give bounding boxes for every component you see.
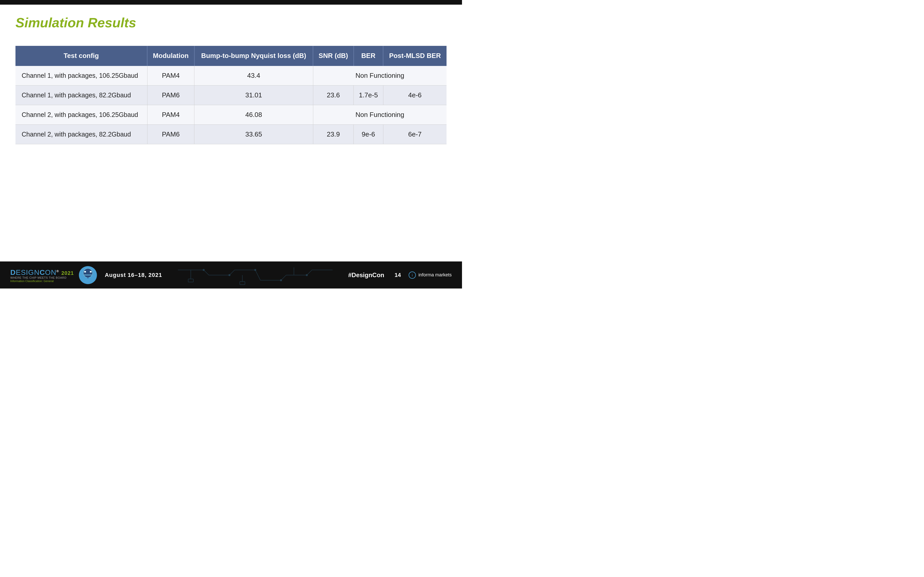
svg-line-9 xyxy=(204,270,209,275)
table-row: Channel 1, with packages, 106.25GbaudPAM… xyxy=(16,66,446,85)
cell-test-config: Channel 2, with packages, 82.2Gbaud xyxy=(16,124,147,144)
svg-point-19 xyxy=(203,269,204,271)
col-header-post-mlsd: Post-MLSD BER xyxy=(383,46,446,66)
cell-bump-loss: 46.08 xyxy=(194,105,313,124)
designcon-year: 2021 xyxy=(61,271,74,276)
svg-line-15 xyxy=(281,275,286,280)
cell-snr: 23.9 xyxy=(313,124,354,144)
svg-point-20 xyxy=(229,274,230,276)
results-table: Test config Modulation Bump-to-bump Nyqu… xyxy=(16,46,446,144)
cell-post-mlsd-ber: 6e-7 xyxy=(383,124,446,144)
table-row: Channel 2, with packages, 82.2GbaudPAM63… xyxy=(16,124,446,144)
footer: DESIGNCON® 2021 Where the Chip Meets the… xyxy=(0,261,462,288)
col-header-test-config: Test config xyxy=(16,46,147,66)
footer-right: 14 i informa markets xyxy=(394,271,452,279)
slide-title: Simulation Results xyxy=(16,15,446,31)
table-header-row: Test config Modulation Bump-to-bump Nyqu… xyxy=(16,46,446,66)
svg-rect-7 xyxy=(83,278,93,280)
svg-rect-27 xyxy=(188,279,193,282)
cell-non-functioning: Non Functioning xyxy=(313,105,446,124)
svg-point-23 xyxy=(306,274,308,276)
svg-line-11 xyxy=(229,270,234,275)
svg-rect-3 xyxy=(84,274,92,276)
footer-logo-area: DESIGNCON® 2021 Where the Chip Meets the… xyxy=(10,266,97,284)
informa-label: informa markets xyxy=(418,272,452,278)
footer-circuit-pattern xyxy=(162,261,348,288)
col-header-modulation: Modulation xyxy=(147,46,194,66)
cell-ber: 1.7e-5 xyxy=(354,85,383,105)
informa-circle-icon: i xyxy=(409,271,416,279)
svg-line-13 xyxy=(255,270,260,280)
cell-modulation: PAM6 xyxy=(147,85,194,105)
table-row: Channel 2, with packages, 106.25GbaudPAM… xyxy=(16,105,446,124)
svg-point-22 xyxy=(280,279,282,281)
cell-post-mlsd-ber: 4e-6 xyxy=(383,85,446,105)
robot-mascot-icon xyxy=(79,266,97,284)
results-table-wrapper: Test config Modulation Bump-to-bump Nyqu… xyxy=(16,46,446,144)
cell-bump-loss: 33.65 xyxy=(194,124,313,144)
col-header-snr: SNR (dB) xyxy=(313,46,354,66)
col-header-bump-loss: Bump-to-bump Nyquist loss (dB) xyxy=(194,46,313,66)
informa-logo: i informa markets xyxy=(409,271,452,279)
cell-bump-loss: 31.01 xyxy=(194,85,313,105)
cell-test-config: Channel 1, with packages, 82.2Gbaud xyxy=(16,85,147,105)
cell-modulation: PAM6 xyxy=(147,124,194,144)
svg-point-5 xyxy=(90,271,92,272)
slide: Simulation Results Test config Modulatio… xyxy=(0,0,462,288)
main-content: Simulation Results Test config Modulatio… xyxy=(0,5,462,144)
footer-classification: Information Classification: General xyxy=(10,280,74,282)
designcon-logo: DESIGNCON® 2021 Where the Chip Meets the… xyxy=(10,268,74,282)
cell-modulation: PAM4 xyxy=(147,66,194,85)
svg-point-4 xyxy=(84,271,86,272)
cell-test-config: Channel 2, with packages, 106.25Gbaud xyxy=(16,105,147,124)
cell-ber: 9e-6 xyxy=(354,124,383,144)
table-row: Channel 1, with packages, 82.2GbaudPAM63… xyxy=(16,85,446,105)
svg-point-0 xyxy=(83,268,92,278)
col-header-ber: BER xyxy=(354,46,383,66)
svg-point-21 xyxy=(254,269,256,271)
svg-line-17 xyxy=(307,270,312,275)
cell-modulation: PAM4 xyxy=(147,105,194,124)
designcon-tagline: Where the Chip Meets the Board xyxy=(10,276,74,279)
cell-non-functioning: Non Functioning xyxy=(313,66,446,85)
svg-rect-28 xyxy=(240,282,245,285)
top-bar xyxy=(0,0,462,5)
footer-hashtag: #DesignCon xyxy=(348,271,384,279)
page-number: 14 xyxy=(394,272,401,279)
cell-snr: 23.6 xyxy=(313,85,354,105)
cell-bump-loss: 43.4 xyxy=(194,66,313,85)
cell-test-config: Channel 1, with packages, 106.25Gbaud xyxy=(16,66,147,85)
designcon-brand: DESIGNCON® 2021 xyxy=(10,268,74,276)
footer-date: August 16–18, 2021 xyxy=(105,272,162,279)
